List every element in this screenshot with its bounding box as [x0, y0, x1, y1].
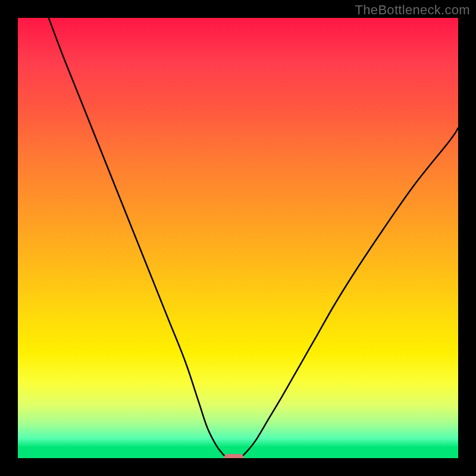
- plot-area: [18, 18, 458, 458]
- curve-layer: [18, 18, 458, 458]
- curve-right-path: [240, 128, 458, 458]
- watermark-text: TheBottleneck.com: [355, 2, 470, 18]
- minimum-marker: [224, 454, 244, 458]
- chart-frame: TheBottleneck.com: [0, 0, 476, 476]
- curve-left-path: [49, 18, 227, 458]
